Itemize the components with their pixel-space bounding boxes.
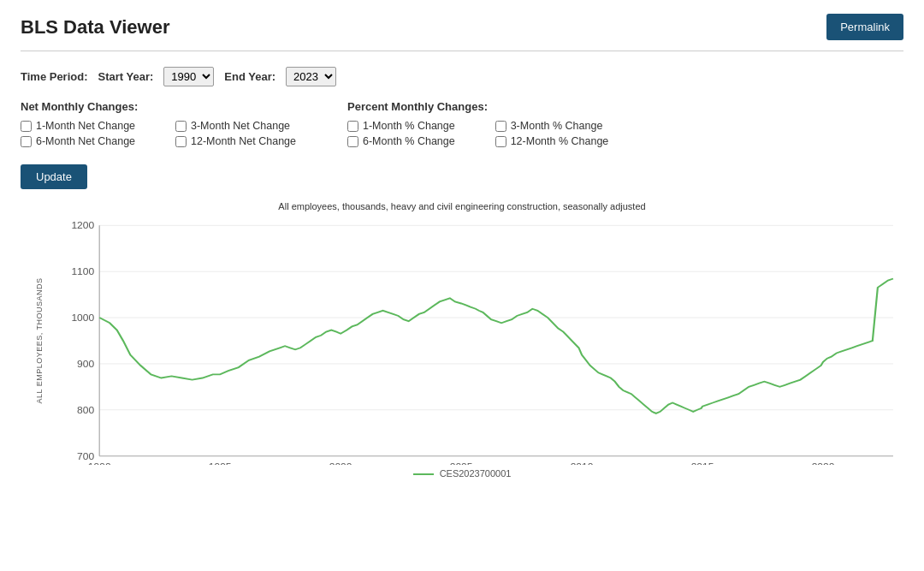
checkbox-3month-pct-input[interactable] [495, 121, 506, 132]
time-period-label: Time Period: [21, 70, 88, 83]
percent-monthly-title: Percent Monthly Changes: [347, 100, 608, 113]
svg-text:800: 800 [77, 406, 94, 415]
start-year-label: Start Year: [98, 70, 154, 83]
net-monthly-columns: 1-Month Net Change 3-Month Net Change 6-… [21, 120, 296, 147]
chart-legend: CES2023700001 [21, 468, 903, 479]
update-button[interactable]: Update [21, 164, 87, 189]
svg-text:1990: 1990 [88, 462, 111, 465]
time-period-row: Time Period: Start Year: 1990 1980 1970 … [21, 67, 903, 86]
data-series-line [99, 279, 893, 413]
svg-text:2015: 2015 [691, 462, 714, 465]
svg-text:2005: 2005 [450, 462, 473, 465]
checkbox-1month-pct-input[interactable] [347, 121, 358, 132]
y-axis-label: ALL EMPLOYEES, THOUSANDS [35, 277, 44, 403]
checkbox-3month-pct[interactable]: 3-Month % Change [495, 120, 609, 132]
page-title: BLS Data Viewer [21, 16, 169, 39]
checkbox-6month-net[interactable]: 6-Month Net Change [21, 135, 141, 147]
legend-series-label: CES2023700001 [440, 468, 512, 479]
checkbox-1month-net[interactable]: 1-Month Net Change [21, 120, 141, 132]
checkbox-1month-net-input[interactable] [21, 121, 32, 132]
chart-container: All employees, thousands, heavy and civi… [21, 201, 903, 492]
checkbox-6month-pct[interactable]: 6-Month % Change [347, 135, 461, 147]
net-monthly-title: Net Monthly Changes: [21, 100, 296, 113]
permalink-button[interactable]: Permalink [826, 14, 903, 40]
svg-text:2000: 2000 [329, 462, 352, 465]
svg-text:2010: 2010 [571, 462, 594, 465]
checkbox-12month-pct[interactable]: 12-Month % Change [495, 135, 609, 147]
checkbox-3month-net[interactable]: 3-Month Net Change [175, 120, 296, 132]
checkbox-1month-pct[interactable]: 1-Month % Change [347, 120, 461, 132]
legend-line-icon [413, 473, 434, 475]
end-year-label: End Year: [224, 70, 275, 83]
start-year-select[interactable]: 1990 1980 1970 1960 1950 2000 [163, 67, 214, 86]
checkbox-12month-pct-input[interactable] [495, 136, 506, 147]
checkboxes-section: Net Monthly Changes: 1-Month Net Change … [21, 100, 903, 147]
svg-text:900: 900 [77, 360, 94, 369]
page-header: BLS Data Viewer Permalink [21, 14, 903, 51]
checkbox-6month-pct-input[interactable] [347, 136, 358, 147]
svg-text:1200: 1200 [71, 221, 94, 230]
percent-monthly-columns: 1-Month % Change 3-Month % Change 6-Mont… [347, 120, 608, 147]
end-year-select[interactable]: 2023 2022 2021 2020 2015 2010 [286, 67, 336, 86]
checkbox-6month-net-input[interactable] [21, 136, 32, 147]
checkbox-12month-net-input[interactable] [175, 136, 187, 147]
chart-svg: 1200 1100 1000 900 800 700 1990 1995 200… [58, 217, 903, 465]
percent-monthly-group: Percent Monthly Changes: 1-Month % Chang… [347, 100, 608, 147]
svg-text:1100: 1100 [71, 267, 94, 277]
checkbox-12month-net[interactable]: 12-Month Net Change [175, 135, 296, 147]
net-monthly-group: Net Monthly Changes: 1-Month Net Change … [21, 100, 296, 147]
svg-text:1000: 1000 [71, 313, 94, 323]
chart-title: All employees, thousands, heavy and civi… [21, 201, 903, 211]
chart-with-axes: ALL EMPLOYEES, THOUSANDS 12 [21, 217, 903, 465]
svg-text:1995: 1995 [209, 462, 232, 465]
svg-text:700: 700 [77, 452, 94, 461]
chart-svg-wrapper: 1200 1100 1000 900 800 700 1990 1995 200… [58, 217, 903, 465]
checkbox-3month-net-input[interactable] [175, 121, 187, 132]
controls-section: Time Period: Start Year: 1990 1980 1970 … [21, 67, 903, 189]
svg-text:2020: 2020 [812, 462, 835, 465]
